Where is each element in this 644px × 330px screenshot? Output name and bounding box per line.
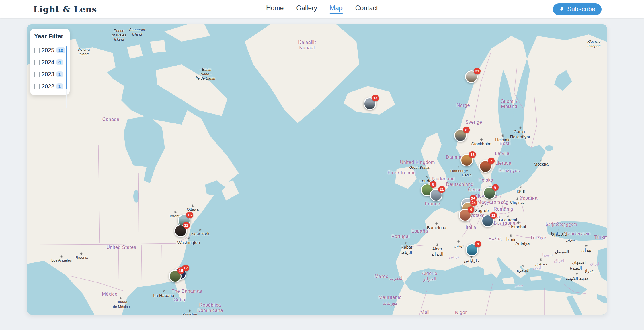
photo-marker-lofoten[interactable]: 21 — [465, 70, 478, 83]
year-checkbox-2024[interactable] — [34, 60, 40, 65]
year-checkbox-2023[interactable] — [34, 72, 40, 77]
nav-home[interactable]: Home — [266, 4, 284, 14]
year-count-badge: 1 — [56, 83, 63, 89]
bell-icon — [559, 7, 565, 12]
subscribe-button[interactable]: Subscribe — [553, 3, 602, 15]
map-section: Victoria IslandPrince of Wales IslandSom… — [0, 24, 644, 315]
marker-count-badge: 16 — [186, 212, 193, 218]
marker-count-badge: 4 — [468, 206, 474, 213]
year-checkbox-2025[interactable] — [34, 48, 40, 53]
subscribe-label: Subscribe — [567, 5, 595, 13]
marker-count-badge: 4 — [475, 241, 481, 247]
year-filter-title: Year Filter — [34, 33, 66, 40]
year-filter-row-2024: 20244 — [34, 59, 66, 66]
site-logo: Light & Lens — [33, 4, 97, 14]
year-count-badge: 4 — [56, 59, 63, 65]
year-label: 2024 — [42, 59, 54, 66]
marker-count-badge: 8 — [430, 181, 436, 188]
photo-marker-malta[interactable]: 4 — [466, 243, 478, 256]
header: Light & Lens HomeGalleryMapContact Subsc… — [0, 0, 644, 18]
filter-divider — [34, 42, 66, 42]
photo-marker-kotor[interactable]: 11 — [481, 215, 494, 227]
nav-gallery[interactable]: Gallery — [296, 4, 317, 14]
marker-count-badge: 24 — [470, 199, 477, 206]
year-filter-row-2025: 202510 — [34, 47, 66, 54]
year-filter-row-2022: 20221 — [34, 83, 66, 90]
marker-count-badge: 8 — [463, 127, 470, 133]
year-checkbox-2022[interactable] — [34, 84, 40, 89]
marker-count-badge: 15 — [177, 267, 184, 274]
marker-count-badge: 11 — [490, 212, 497, 219]
year-count-badge: 10 — [56, 47, 65, 53]
year-filter-row-2023: 20231 — [34, 71, 66, 78]
year-filter-panel: Year Filter 202510202442023120221 — [30, 29, 70, 95]
marker-count-badge: 12 — [183, 222, 190, 229]
filter-scrollbar-thumb[interactable] — [66, 46, 67, 89]
nav-contact[interactable]: Contact — [355, 4, 378, 14]
photo-marker-tatras[interactable]: 5 — [483, 187, 496, 199]
marker-count-badge: 21 — [474, 68, 481, 74]
photo-marker-paris[interactable]: 21 — [430, 189, 442, 201]
marker-count-badge: 13 — [469, 151, 476, 158]
photo-marker-iceland[interactable]: 14 — [364, 97, 376, 110]
year-label: 2025 — [42, 47, 54, 54]
marker-count-badge: 14 — [372, 95, 379, 101]
nav-map[interactable]: Map — [330, 4, 343, 14]
marker-count-badge: 5 — [492, 184, 499, 191]
main-nav: HomeGalleryMapContact — [266, 4, 378, 14]
photo-marker-oslo[interactable]: 8 — [454, 129, 467, 142]
photo-marker-istria[interactable]: 4 — [459, 209, 471, 221]
map-landmass — [27, 24, 607, 315]
year-count-badge: 1 — [56, 71, 63, 77]
year-label: 2022 — [42, 83, 54, 90]
year-label: 2023 — [42, 71, 54, 78]
photo-marker-gdansk[interactable]: 7 — [479, 160, 492, 173]
marker-count-badge: 21 — [438, 186, 445, 193]
marker-count-badge: 7 — [488, 158, 495, 164]
photo-marker-city-night[interactable]: 12 — [174, 225, 187, 237]
map-canvas[interactable]: Victoria IslandPrince of Wales IslandSom… — [27, 24, 607, 315]
photo-marker-copenhagen[interactable]: 13 — [460, 154, 473, 166]
photo-marker-everglades[interactable]: 15 — [169, 270, 182, 282]
